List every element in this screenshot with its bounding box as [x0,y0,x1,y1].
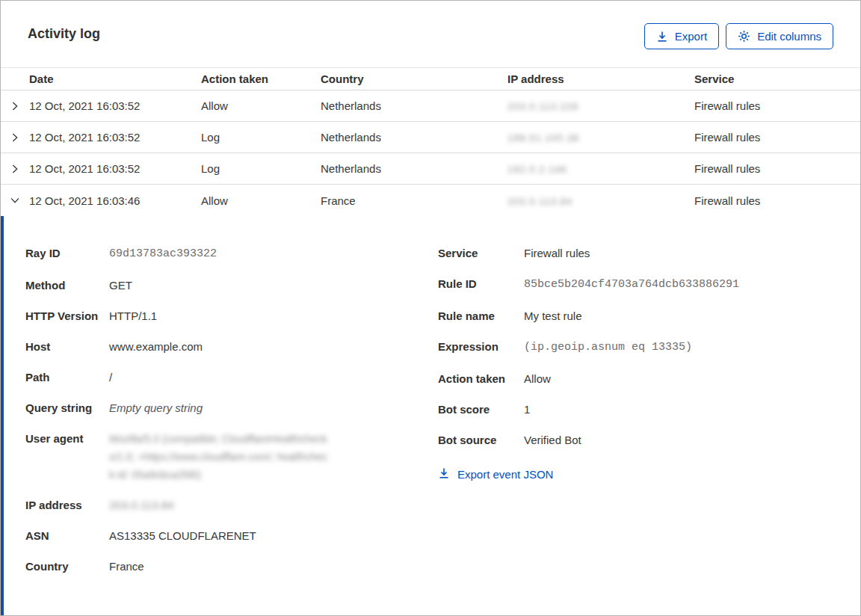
table-row-expanded[interactable]: 12 Oct, 2021 16:03:46 Allow France 203.0… [1,185,860,216]
detail-field-user-agent: User agent Mozilla/5.0 (compatible; Clou… [25,430,438,484]
cell-country: Netherlands [321,99,507,112]
chevron-right-icon[interactable] [1,132,29,144]
download-icon [438,467,450,481]
column-header-service: Service [694,73,860,85]
cell-date: 12 Oct, 2021 16:03:52 [29,131,201,144]
detail-field-bot-source: Bot source Verified Bot [438,431,833,449]
cell-action-taken: Allow [201,194,321,207]
detail-field-country: Country France [25,558,438,576]
detail-field-asn: ASN AS13335 CLOUDFLARENET [25,527,438,545]
detail-field-rule-name: Rule name My test rule [438,307,833,325]
cell-service: Firewall rules [694,162,860,175]
chevron-right-icon[interactable] [1,163,29,175]
cell-date: 12 Oct, 2021 16:03:52 [29,99,201,112]
chevron-right-icon[interactable] [1,100,29,112]
event-detail-panel: Ray ID 69d13783ac393322 Method GET HTTP … [1,216,860,616]
detail-field-query-string: Query string Empty query string [25,399,438,417]
table-header: Date Action taken Country IP address Ser… [1,67,860,90]
detail-field-service: Service Firewall rules [438,244,833,262]
detail-field-method: Method GET [25,277,438,295]
detail-field-rule-id: Rule ID 85bce5b204cf4703a764dcb633886291 [438,275,833,295]
cell-country: France [321,194,507,207]
chevron-down-icon[interactable] [1,194,29,206]
detail-field-http-version: HTTP Version HTTP/1.1 [25,307,438,325]
cell-ip-address-redacted: 203.0.113.226 [507,99,694,112]
cell-ip-address-redacted: 203.0.113.84 [507,194,694,207]
table-row[interactable]: 12 Oct, 2021 16:03:52 Allow Netherlands … [1,90,860,122]
cell-service: Firewall rules [694,99,860,112]
cell-action-taken: Log [201,162,321,175]
column-header-action-taken: Action taken [201,73,321,85]
detail-field-bot-score: Bot score 1 [438,401,833,419]
cell-date: 12 Oct, 2021 16:03:52 [29,162,201,175]
toolbar: Export Edit columns [644,23,833,49]
activity-log-panel: Activity log Export [0,0,861,616]
detail-right-column: Service Firewall rules Rule ID 85bce5b20… [438,244,833,601]
cell-service: Firewall rules [694,131,860,144]
detail-field-ray-id: Ray ID 69d13783ac393322 [25,244,438,264]
detail-field-expression: Expression (ip.geoip.asnum eq 13335) [438,338,833,357]
export-button[interactable]: Export [644,23,719,49]
cell-action-taken: Allow [201,99,321,112]
column-header-date: Date [29,73,201,85]
cell-action-taken: Log [201,131,321,144]
download-icon [656,31,668,43]
cell-country: Netherlands [321,131,507,144]
cell-ip-address-redacted: 192.0.2.146 [507,162,694,175]
edit-columns-button[interactable]: Edit columns [726,23,833,49]
cell-country: Netherlands [321,162,507,175]
column-header-country: Country [321,73,507,85]
topbar: Activity log Export [1,1,860,67]
detail-field-path: Path / [25,369,438,386]
gear-icon [738,30,750,43]
detail-field-ip-address: IP address 203.0.113.84 [25,496,438,514]
cell-ip-address-redacted: 198.51.100.38 [507,131,694,144]
detail-left-column: Ray ID 69d13783ac393322 Method GET HTTP … [25,244,438,601]
detail-field-host: Host www.example.com [25,338,438,356]
cell-date: 12 Oct, 2021 16:03:46 [29,194,201,207]
detail-field-action-taken: Action taken Allow [438,370,833,388]
export-button-label: Export [675,30,707,43]
export-event-json-link[interactable]: Export event JSON [438,467,553,481]
edit-columns-button-label: Edit columns [757,30,821,43]
page-title: Activity log [28,23,100,42]
export-event-json-label: Export event JSON [457,468,553,481]
cell-service: Firewall rules [694,194,860,207]
column-header-ip-address: IP address [507,73,694,85]
table-row[interactable]: 12 Oct, 2021 16:03:52 Log Netherlands 19… [1,153,860,185]
table-row[interactable]: 12 Oct, 2021 16:03:52 Log Netherlands 19… [1,122,860,153]
